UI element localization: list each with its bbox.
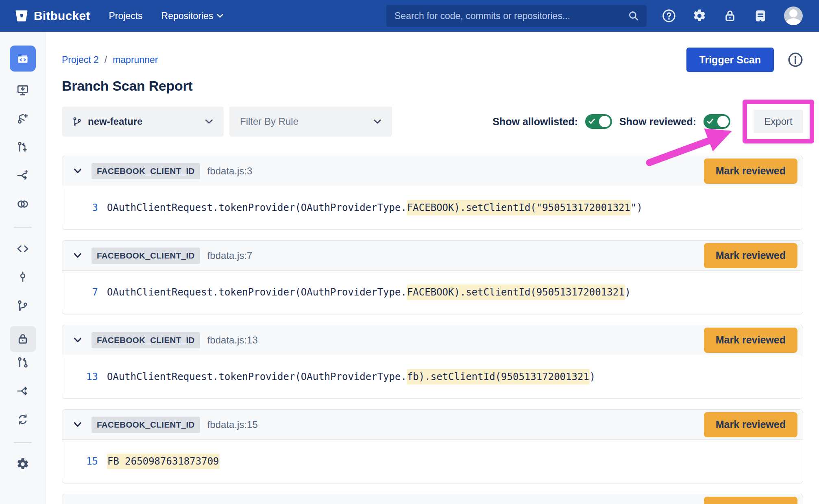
branch-icon [72, 116, 82, 127]
fork-icon [17, 385, 29, 397]
nav-projects[interactable]: Projects [109, 11, 143, 22]
secret-highlight: fb).setClientId(950513172001321 [407, 369, 590, 385]
sidebar-item-create-pull-request[interactable] [15, 139, 31, 155]
left-sidebar [0, 32, 46, 504]
search-icon[interactable] [628, 10, 639, 22]
finding-header: FACEBOOK_CLIENT_ID fbdata.js:7 Mark revi… [62, 241, 803, 271]
commit-icon [17, 271, 29, 283]
code-line: OAuthClientRequest.tokenProvider(OAuthPr… [107, 287, 631, 298]
bitbucket-logo[interactable]: Bitbucket [15, 9, 90, 23]
sidebar-item-settings[interactable] [15, 456, 31, 472]
branch-selector-dropdown[interactable]: new-feature [62, 106, 224, 137]
code-post: ) [590, 371, 595, 382]
finding-header: FACEBOOK_CLIENT_ID fbdata.js:3 Mark revi… [62, 156, 803, 186]
branch-plus-icon [17, 113, 29, 125]
finding-card: FACEBOOK_CLIENT_ID fbdata.js:7 Mark revi… [62, 240, 803, 314]
finding-code-row: 7 OAuthClientRequest.tokenProvider(OAuth… [62, 271, 803, 314]
code-line: OAuthClientRequest.tokenProvider(OAuthPr… [107, 371, 595, 382]
check-icon [588, 118, 595, 124]
chevron-down-icon [205, 119, 213, 124]
nav-repositories[interactable]: Repositories [161, 11, 224, 22]
code-pre: OAuthClientRequest.tokenProvider(OAuthPr… [107, 202, 407, 213]
annotation-highlight-box: Export [743, 100, 814, 143]
sidebar-item-compare[interactable] [15, 196, 31, 212]
sidebar-item-create-branch[interactable] [15, 111, 31, 127]
line-number: 13 [78, 371, 98, 382]
finding-card: FACEBOOK_CLIENT_ID fbdata.js:13 Mark rev… [62, 325, 803, 399]
file-location: fbdata.js:13 [207, 335, 258, 346]
chevron-down-icon[interactable] [74, 253, 82, 258]
show-allowlisted-toggle[interactable] [585, 114, 612, 129]
mark-reviewed-button[interactable]: Mark reviewed [704, 412, 797, 437]
mark-reviewed-button[interactable]: Mark reviewed [704, 243, 797, 268]
sidebar-item-fork[interactable] [15, 167, 31, 184]
secret-highlight: FB 2650987631873709 [107, 454, 220, 469]
code-line: FB 2650987631873709 [107, 456, 220, 467]
top-navbar: Bitbucket Projects Repositories [0, 0, 819, 32]
sidebar-item-repository[interactable] [10, 46, 36, 72]
file-location: fbdata.js:15 [207, 419, 258, 430]
gear-icon[interactable] [693, 9, 706, 23]
finding-card: FACEBOOK_CLIENT_ID fbdata.js:3 Mark revi… [62, 156, 803, 230]
fork-plus-icon [17, 169, 29, 182]
code-pre: OAuthClientRequest.tokenProvider(OAuthPr… [107, 371, 407, 382]
chevron-down-icon[interactable] [74, 422, 82, 427]
file-location: fbdata.js:3 [207, 165, 253, 177]
mark-reviewed-button[interactable]: Mark reviewed [704, 328, 797, 353]
show-allowlisted-label: Show allowlisted: [492, 116, 578, 128]
sidebar-item-pull-requests[interactable] [15, 354, 31, 371]
finding-card: FACEBOOK_CLIENT_ID fbdata.js:15 Mark rev… [62, 409, 803, 483]
chevron-down-icon [373, 119, 381, 124]
sidebar-divider [14, 442, 32, 443]
breadcrumb-repo-link[interactable]: maprunner [113, 54, 158, 65]
code-line: OAuthClientRequest.tokenProvider(OAuthPr… [107, 202, 643, 213]
info-icon[interactable] [788, 52, 803, 67]
finding-code-row: 15 FB 2650987631873709 [62, 440, 803, 483]
sidebar-item-security-scan[interactable] [10, 326, 36, 352]
code-post: ") [631, 202, 643, 213]
rule-filter-dropdown[interactable]: Filter By Rule [229, 106, 392, 137]
sidebar-item-source[interactable] [15, 241, 31, 257]
findings-list: FACEBOOK_CLIENT_ID fbdata.js:3 Mark revi… [62, 156, 803, 483]
help-icon[interactable] [662, 9, 676, 23]
chevron-down-icon [217, 14, 223, 18]
code-brackets-icon [16, 242, 29, 255]
breadcrumb: Project 2 / maprunner [62, 54, 158, 65]
mark-reviewed-button[interactable]: Mark reviewed [704, 159, 797, 184]
toolbar: new-feature Filter By Rule Show allowlis… [62, 106, 803, 137]
sidebar-item-forks[interactable] [15, 383, 31, 399]
secret-highlight: FACEBOOK).setClientId(950513172001321 [407, 285, 625, 300]
brand-name: Bitbucket [34, 9, 90, 23]
sidebar-item-clone[interactable] [15, 82, 31, 98]
overlapping-circles-icon [16, 198, 29, 211]
breadcrumb-separator: / [105, 54, 107, 65]
chevron-down-icon[interactable] [74, 337, 82, 343]
lock-icon [17, 333, 29, 345]
trigger-scan-button[interactable]: Trigger Scan [686, 48, 774, 72]
code-pre: OAuthClientRequest.tokenProvider(OAuthPr… [107, 287, 407, 298]
sidebar-item-commits[interactable] [15, 269, 31, 285]
branch-icon [17, 300, 29, 312]
code-post: ) [625, 287, 631, 298]
user-avatar[interactable] [784, 7, 803, 25]
rule-badge: FACEBOOK_CLIENT_ID [91, 163, 200, 179]
sidebar-divider [14, 227, 32, 228]
rule-badge: FACEBOOK_CLIENT_ID [91, 248, 200, 264]
global-search[interactable] [386, 5, 647, 27]
chevron-down-icon[interactable] [74, 168, 82, 174]
sidebar-item-branches[interactable] [15, 298, 31, 314]
navbar-icon-group [662, 7, 803, 25]
search-input[interactable] [394, 11, 628, 22]
bitbucket-mark-icon [15, 9, 28, 23]
lock-icon[interactable] [723, 9, 737, 23]
breadcrumb-project-link[interactable]: Project 2 [62, 54, 99, 65]
secret-highlight: FACEBOOK).setClientId("950513172001321 [407, 200, 631, 215]
pull-request-plus-icon [17, 141, 29, 153]
mark-reviewed-button[interactable]: Mark reviewed [704, 497, 797, 504]
export-button[interactable]: Export [754, 110, 803, 133]
changelog-icon[interactable] [754, 9, 767, 23]
sidebar-item-builds[interactable] [15, 411, 31, 428]
show-reviewed-toggle[interactable] [704, 114, 730, 129]
line-number: 15 [78, 456, 98, 467]
line-number: 7 [78, 287, 98, 298]
